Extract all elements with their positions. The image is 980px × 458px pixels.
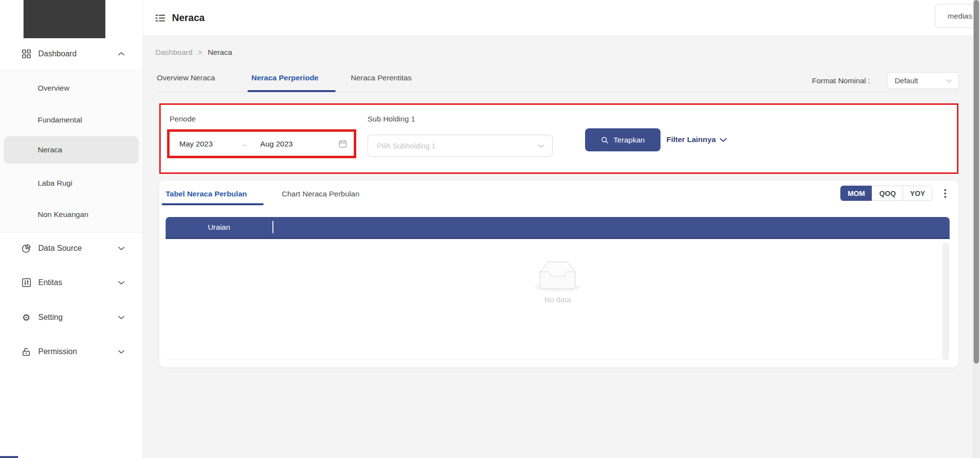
page-title: Neraca [172, 12, 205, 24]
sidebar: Dashboard Overview Fundamental Neraca La… [0, 0, 143, 458]
filter-lainnya-label: Filter Lainnya [666, 135, 716, 144]
sidebar-item-laba-rugi[interactable]: Laba Rugi [0, 174, 143, 192]
subholding-select[interactable]: Pilih Subholding 1 [368, 135, 553, 157]
gear-icon: ⚙ [22, 313, 31, 322]
date-range-start-value[interactable]: May 2023 [179, 140, 213, 148]
submenu-label: Fundamental [38, 116, 82, 124]
breadcrumb-current: Neraca [208, 48, 232, 57]
chevron-down-icon [538, 144, 544, 148]
sidebar-item-label: Setting [38, 313, 63, 322]
sidebar-item-label: Data Source [38, 244, 82, 253]
sidebar-item-entitas[interactable]: Entitas [0, 274, 143, 291]
search-icon [601, 136, 609, 144]
breadcrumb: Dashboard > Neraca [155, 48, 232, 57]
format-nominal-select[interactable]: Default [887, 72, 959, 89]
submenu-label: Non Keuangan [38, 210, 88, 219]
sidebar-item-permission[interactable]: Permission [0, 343, 143, 361]
app-logo [24, 0, 105, 38]
collapse-sidebar-icon[interactable] [155, 14, 165, 23]
sidebar-item-label: Permission [38, 347, 77, 356]
tab-neraca-perperiode[interactable]: Neraca Perperiode [251, 73, 318, 82]
active-card-tab-underline [162, 203, 264, 205]
calendar-icon [339, 140, 347, 148]
breadcrumb-dashboard[interactable]: Dashboard [155, 48, 193, 57]
terapkan-button[interactable]: Terapkan [585, 128, 661, 151]
app-root: Dashboard Overview Fundamental Neraca La… [0, 0, 980, 458]
dashboard-submenu: Overview Fundamental Neraca Laba Rugi No… [0, 70, 143, 233]
dashboard-grid-icon [22, 49, 31, 59]
filter-panel-annotation-box: Periode May 2023 → Aug 2023 Sub Holding … [159, 103, 958, 174]
mode-qoq-button[interactable]: QOQ [872, 186, 903, 201]
page-scrollbar-track [973, 0, 980, 458]
sidebar-bottom-accent [0, 456, 18, 458]
subholding-placeholder: Pilih Subholding 1 [377, 142, 538, 150]
chevron-down-icon [118, 281, 124, 285]
chevron-down-icon [720, 138, 727, 142]
table-empty-state: No data [166, 239, 950, 359]
tab-overview-neraca[interactable]: Overview Neraca [157, 73, 215, 82]
breadcrumb-separator: > [198, 48, 202, 57]
no-data-label: No data [544, 295, 571, 304]
sidebar-item-overview[interactable]: Overview [0, 79, 143, 97]
format-nominal-label: Format Nominal : [812, 76, 870, 85]
submenu-label: Overview [38, 84, 70, 93]
chevron-down-icon [118, 315, 124, 320]
date-range-end-value[interactable]: Aug 2023 [260, 140, 293, 148]
sidebar-item-setting[interactable]: ⚙ Setting [0, 309, 143, 326]
arrow-right-icon: → [240, 140, 247, 148]
sliders-icon [22, 278, 31, 288]
column-header-uraian: Uraian [166, 217, 272, 237]
table-card: Tabel Neraca Perbulan Chart Neraca Perbu… [159, 180, 958, 367]
tab-chart-neraca-perbulan[interactable]: Chart Neraca Perbulan [282, 190, 360, 198]
table-header-row: Uraian [166, 217, 950, 239]
card-bottom-divider [166, 359, 950, 360]
column-separator [272, 221, 273, 233]
sidebar-item-data-source[interactable]: Data Source [0, 240, 143, 257]
mode-mom-button[interactable]: MOM [840, 186, 872, 201]
chevron-down-icon [118, 246, 124, 251]
filter-lainnya-toggle[interactable]: Filter Lainnya [666, 133, 727, 146]
chevron-up-icon [118, 52, 124, 56]
pie-chart-icon [22, 244, 31, 253]
terapkan-button-label: Terapkan [613, 136, 645, 145]
mode-yoy-button[interactable]: YOY [903, 186, 932, 201]
subholding-label: Sub Holding 1 [368, 115, 415, 123]
chevron-down-icon [946, 79, 952, 83]
sidebar-item-neraca[interactable]: Neraca [0, 141, 143, 159]
tab-neraca-perentitas[interactable]: Neraca Perentitas [351, 73, 412, 82]
period-mode-segmented-control: MOM QOQ YOY [840, 186, 932, 201]
topbar: Neraca mediasarana [143, 0, 980, 36]
tab-tabel-neraca-perbulan[interactable]: Tabel Neraca Perbulan [166, 190, 247, 198]
table-scrollbar-track[interactable] [942, 242, 949, 360]
format-nominal-value: Default [895, 76, 946, 85]
sidebar-item-dashboard[interactable]: Dashboard [0, 45, 143, 63]
more-options-kebab-icon[interactable] [939, 186, 951, 201]
periode-label: Periode [170, 115, 196, 123]
active-tab-underline [247, 90, 336, 92]
sidebar-item-label: Dashboard [38, 49, 76, 58]
periode-date-range-input-annotation-box[interactable]: May 2023 → Aug 2023 [167, 129, 356, 158]
sidebar-item-non-keuangan[interactable]: Non Keuangan [0, 206, 143, 223]
submenu-label: Laba Rugi [38, 179, 73, 188]
unlock-icon [22, 347, 31, 357]
submenu-label: Neraca [38, 145, 62, 154]
chevron-down-icon [118, 350, 124, 354]
empty-box-icon [533, 261, 582, 292]
sidebar-item-label: Entitas [38, 278, 62, 287]
page-scrollbar-thumb[interactable] [974, 0, 979, 363]
sidebar-item-fundamental[interactable]: Fundamental [0, 111, 143, 129]
